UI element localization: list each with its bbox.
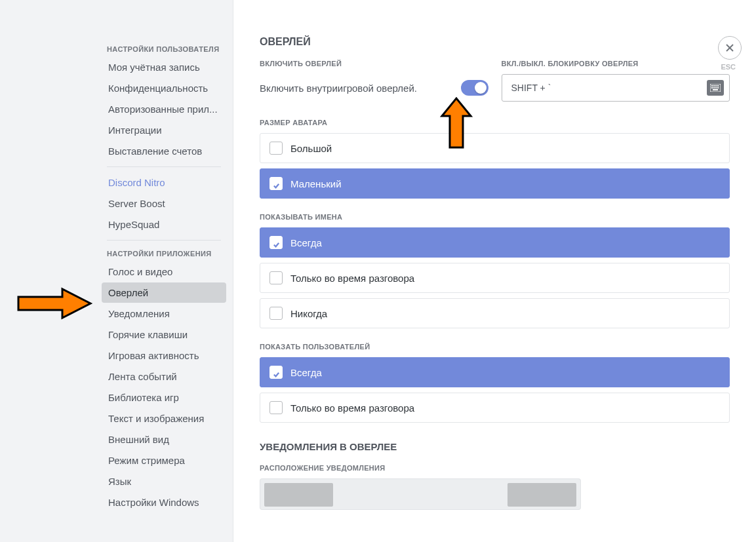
notification-position-picker[interactable] [260, 478, 581, 510]
settings-sidebar: НАСТРОЙКИ ПОЛЬЗОВАТЕЛЯ Моя учётная запис… [0, 0, 233, 542]
show-names-always[interactable]: Всегда [260, 227, 730, 258]
svg-rect-7 [715, 87, 717, 88]
svg-rect-3 [715, 85, 717, 87]
page-title: ОВЕРЛЕЙ [260, 36, 730, 48]
show-names-never[interactable]: Никогда [260, 298, 730, 328]
enable-overlay-text: Включить внутриигровой оверлей. [260, 83, 417, 94]
sidebar-item-text-images[interactable]: Текст и изображения [102, 408, 226, 429]
keybind-value: SHIFT + ` [511, 83, 551, 93]
svg-rect-8 [717, 87, 719, 88]
sidebar-item-feed[interactable]: Лента событий [102, 366, 226, 387]
checkbox-icon [269, 236, 283, 249]
lock-keybind-label: ВКЛ./ВЫКЛ. БЛОКИРОВКУ ОВЕРЛЕЯ [502, 60, 730, 68]
checkbox-icon [269, 142, 283, 155]
sidebar-item-authorized[interactable]: Авторизованные прил... [102, 99, 226, 119]
svg-rect-2 [713, 85, 715, 87]
option-label: Никогда [290, 308, 327, 319]
sidebar-item-library[interactable]: Библиотека игр [102, 387, 226, 408]
svg-rect-5 [711, 87, 713, 88]
option-label: Всегда [290, 367, 322, 378]
option-label: Всегда [290, 237, 322, 248]
enable-overlay-label: ВКЛЮЧИТЬ ОВЕРЛЕЙ [260, 60, 488, 68]
sidebar-separator [107, 240, 221, 241]
position-option[interactable] [507, 483, 576, 507]
checkbox-icon [269, 401, 283, 414]
svg-rect-9 [713, 89, 718, 90]
sidebar-item-integrations[interactable]: Интеграции [102, 120, 226, 140]
sidebar-header-user: НАСТРОЙКИ ПОЛЬЗОВАТЕЛЯ [102, 41, 226, 57]
sidebar-item-nitro[interactable]: Discord Nitro [102, 172, 226, 193]
show-users-always[interactable]: Всегда [260, 357, 730, 387]
avatar-size-small[interactable]: Маленький [260, 168, 730, 199]
position-option[interactable] [264, 483, 333, 507]
svg-rect-4 [717, 85, 719, 87]
option-label: Только во время разговора [290, 273, 414, 284]
sidebar-item-activity[interactable]: Игровая активность [102, 345, 226, 366]
sidebar-item-voice[interactable]: Голос и видео [102, 261, 226, 282]
sidebar-item-notifications[interactable]: Уведомления [102, 303, 226, 324]
show-users-speaking[interactable]: Только во время разговора [260, 393, 730, 423]
toggle-knob [475, 82, 487, 94]
sidebar-item-windows[interactable]: Настройки Windows [102, 492, 226, 513]
sidebar-item-streamer[interactable]: Режим стримера [102, 450, 226, 471]
notification-position-label: РАСПОЛОЖЕНИЕ УВЕДОМЛЕНИЯ [260, 464, 730, 472]
sidebar-item-language[interactable]: Язык [102, 471, 226, 492]
sidebar-item-appearance[interactable]: Внешний вид [102, 429, 226, 450]
svg-rect-1 [711, 85, 713, 87]
lock-keybind-input[interactable]: SHIFT + ` [502, 74, 730, 102]
sidebar-item-overlay[interactable]: Оверлей [102, 282, 226, 303]
option-label: Только во время разговора [290, 402, 414, 414]
enable-overlay-toggle[interactable] [461, 80, 488, 96]
option-label: Большой [290, 143, 332, 154]
main-content: ОВЕРЛЕЙ ВКЛЮЧИТЬ ОВЕРЛЕЙ Включить внутри… [233, 0, 756, 542]
sidebar-item-billing[interactable]: Выставление счетов [102, 141, 226, 161]
checkbox-icon [269, 307, 283, 320]
avatar-size-large[interactable]: Большой [260, 133, 730, 163]
sidebar-item-boost[interactable]: Server Boost [102, 193, 226, 214]
show-names-label: ПОКАЗЫВАТЬ ИМЕНА [260, 213, 730, 221]
sidebar-item-hypesquad[interactable]: HypeSquad [102, 214, 226, 235]
svg-rect-6 [713, 87, 715, 88]
show-users-label: ПОКАЗАТЬ ПОЛЬЗОВАТЕЛЕЙ [260, 343, 730, 351]
checkbox-icon [269, 271, 283, 284]
show-names-speaking[interactable]: Только во время разговора [260, 263, 730, 293]
checkbox-icon [269, 366, 283, 379]
close-button[interactable] [718, 36, 742, 60]
sidebar-item-keybinds[interactable]: Горячие клавиши [102, 324, 226, 345]
avatar-size-label: РАЗМЕР АВАТАРА [260, 119, 730, 126]
sidebar-item-privacy[interactable]: Конфиденциальность [102, 78, 226, 98]
overlay-notifications-title: УВЕДОМЛЕНИЯ В ОВЕРЛЕЕ [260, 441, 730, 452]
checkbox-icon [269, 177, 283, 190]
sidebar-separator [107, 166, 221, 167]
esc-label: ESC [721, 63, 736, 71]
option-label: Маленький [290, 178, 342, 189]
keyboard-icon[interactable] [707, 80, 724, 96]
sidebar-header-app: НАСТРОЙКИ ПРИЛОЖЕНИЯ [102, 246, 226, 261]
sidebar-item-account[interactable]: Моя учётная запись [102, 57, 226, 77]
